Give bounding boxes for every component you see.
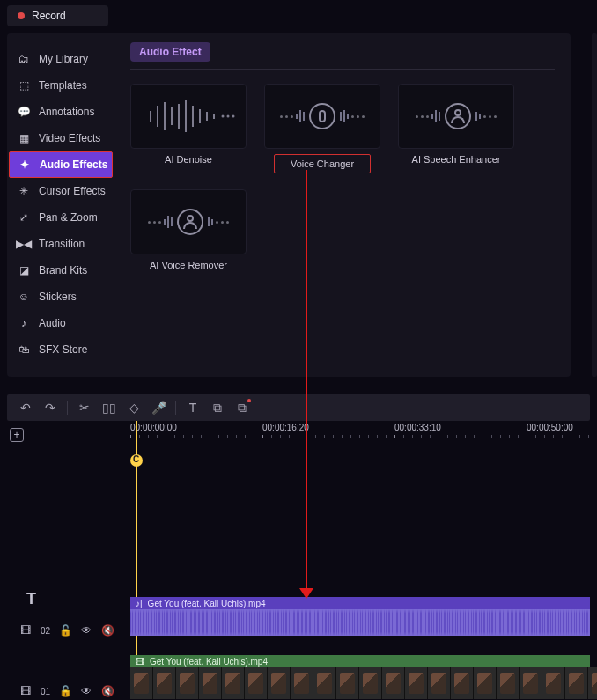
clip-thumbnails <box>130 667 590 699</box>
mute-toggle[interactable]: 🔇 <box>101 685 114 697</box>
stickers-icon: ☺ <box>18 291 30 303</box>
sidebar-item-label: Annotations <box>39 106 94 118</box>
effect-ai-speech-enhancer[interactable]: AI Speech Enhancer <box>398 84 514 173</box>
sidebar: 🗂My Library ⬚Templates 💬Annotations ▦Vid… <box>7 33 114 377</box>
sidebar-item-label: Audio Effects <box>40 158 107 171</box>
sidebar-item-transition[interactable]: ▶◀Transition <box>7 231 114 257</box>
mute-toggle[interactable]: 🔇 <box>101 624 114 637</box>
sidebar-item-cursor-effects[interactable]: ✳Cursor Effects <box>7 178 114 204</box>
visibility-toggle[interactable]: 👁 <box>80 624 92 637</box>
text-track-button[interactable]: T <box>26 590 36 608</box>
film-icon: 🎞 <box>19 624 32 637</box>
track-head-01: 🎞 01 🔓 👁 🔇 <box>19 682 114 700</box>
svg-point-13 <box>232 115 235 118</box>
sidebar-item-audio-effects[interactable]: ✦Audio Effects <box>9 151 113 178</box>
clip-video-icon: 🎞 <box>136 657 144 667</box>
sidebar-item-templates[interactable]: ⬚Templates <box>7 72 114 99</box>
video-effects-icon: ▦ <box>18 132 30 144</box>
track-head-02: 🎞 02 🔓 👁 🔇 <box>19 621 114 640</box>
divider <box>130 69 555 70</box>
ruler-mark: 00:00:50:00 <box>527 423 573 432</box>
sidebar-item-video-effects[interactable]: ▦Video Effects <box>7 125 114 151</box>
annotation-arrow-head <box>299 588 313 599</box>
sidebar-item-label: Video Effects <box>39 132 100 144</box>
layers-button[interactable]: ⧉ <box>232 398 252 417</box>
lock-toggle[interactable]: 🔓 <box>59 624 71 637</box>
mic-icon <box>280 103 365 129</box>
waveform-icon <box>140 99 237 134</box>
separator <box>175 401 176 415</box>
effect-thumb <box>264 84 380 149</box>
effect-ai-voice-remover[interactable]: AI Voice Remover <box>130 189 247 270</box>
right-panel-sliver <box>592 33 597 377</box>
templates-icon: ⬚ <box>18 79 30 92</box>
annotation-arrow <box>306 170 307 593</box>
crop-button[interactable]: ▯▯ <box>100 398 119 417</box>
film-icon: 🎞 <box>19 685 32 697</box>
text-button[interactable]: T <box>183 398 203 417</box>
track-number: 01 <box>41 687 50 696</box>
ruler[interactable]: 00:00:00:00 00:00:16:20 00:00:33:10 00:0… <box>130 423 590 440</box>
sidebar-item-label: Brand Kits <box>39 264 87 276</box>
sidebar-item-label: Stickers <box>39 291 77 303</box>
effect-label: AI Voice Remover <box>150 260 227 270</box>
library-icon: 🗂 <box>18 53 30 65</box>
record-button[interactable]: Record <box>7 5 108 26</box>
effect-thumb <box>130 84 247 149</box>
record-dot-icon <box>18 12 25 19</box>
pan-zoom-icon: ⤢ <box>18 211 30 224</box>
sidebar-item-annotations[interactable]: 💬Annotations <box>7 99 114 125</box>
sidebar-item-label: My Library <box>39 53 88 65</box>
undo-button[interactable]: ↶ <box>16 398 35 417</box>
audio-effects-icon: ✦ <box>18 158 31 171</box>
clip-video[interactable]: 🎞 Get You (feat. Kali Uchis).mp4 <box>130 655 590 699</box>
marker-button[interactable]: ◇ <box>124 398 144 417</box>
clip-audio[interactable]: ♪| Get You (feat. Kali Uchis).mp4 <box>130 597 590 636</box>
effect-ai-denoise[interactable]: AI Denoise <box>130 84 247 173</box>
lock-toggle[interactable]: 🔓 <box>59 685 71 697</box>
sidebar-item-my-library[interactable]: 🗂My Library <box>7 46 114 72</box>
clip-name: Get You (feat. Kali Uchis).mp4 <box>150 657 268 667</box>
clip-audio-icon: ♪| <box>136 599 143 608</box>
clip-header: 🎞 Get You (feat. Kali Uchis).mp4 <box>130 655 590 667</box>
sidebar-item-label: Templates <box>39 79 87 92</box>
content-area: Audio Effect <box>114 33 571 377</box>
sidebar-item-sfx-store[interactable]: 🛍SFX Store <box>7 336 114 363</box>
record-label: Record <box>32 10 66 22</box>
sidebar-item-label: Pan & Zoom <box>39 211 98 224</box>
sfx-store-icon: 🛍 <box>18 343 30 356</box>
effect-label: AI Denoise <box>165 154 212 165</box>
clip-header: ♪| Get You (feat. Kali Uchis).mp4 <box>130 597 590 609</box>
clip-waveform <box>130 609 590 636</box>
main-panel: 🗂My Library ⬚Templates 💬Annotations ▦Vid… <box>7 33 571 377</box>
split-button[interactable]: ✂ <box>75 398 94 417</box>
effect-label: Voice Changer <box>274 154 371 173</box>
category-pill[interactable]: Audio Effect <box>130 42 210 62</box>
sidebar-item-brand-kits[interactable]: ◪Brand Kits <box>7 257 114 284</box>
voiceover-button[interactable]: 🎤 <box>149 398 168 417</box>
redo-button[interactable]: ↷ <box>41 398 60 417</box>
cursor-effects-icon: ✳ <box>18 185 30 197</box>
ruler-ticks <box>130 435 590 438</box>
effect-thumb <box>398 84 514 149</box>
sidebar-item-stickers[interactable]: ☺Stickers <box>7 284 114 310</box>
svg-point-12 <box>227 115 230 118</box>
timeline: + 00:00:00:00 00:00:16:20 00:00:33:10 00… <box>7 421 590 696</box>
sidebar-item-label: SFX Store <box>39 343 87 356</box>
notification-dot-icon <box>247 399 251 402</box>
effect-voice-changer[interactable]: Voice Changer <box>264 84 380 173</box>
visibility-toggle[interactable]: 👁 <box>80 685 92 697</box>
sidebar-item-label: Transition <box>39 238 85 250</box>
speech-person-icon <box>416 103 497 129</box>
separator <box>67 401 68 415</box>
sidebar-item-audio[interactable]: ♪Audio <box>7 310 114 336</box>
sidebar-item-pan-zoom[interactable]: ⤢Pan & Zoom <box>7 204 114 231</box>
group-button[interactable]: ⧉ <box>208 398 227 417</box>
add-track-button[interactable]: + <box>10 428 24 442</box>
sidebar-item-label: Audio <box>39 317 66 329</box>
effects-grid: AI Denoise Voice Changer <box>130 84 555 270</box>
ruler-mark: 00:00:16:20 <box>262 423 309 432</box>
ruler-mark: 00:00:33:10 <box>394 423 441 432</box>
track-number: 02 <box>41 626 50 636</box>
audio-icon: ♪ <box>18 317 30 329</box>
